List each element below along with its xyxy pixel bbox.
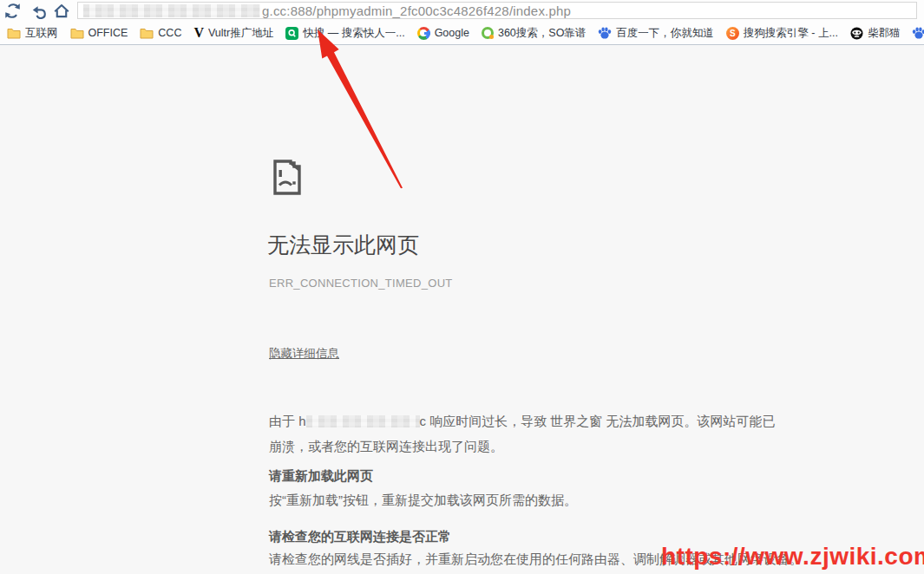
bookmark-label: 柴郡猫 <box>868 26 901 41</box>
blurred-domain <box>83 4 260 17</box>
bookmark-kuaisou[interactable]: 快搜 — 搜索快人一... <box>285 26 404 41</box>
blurred-hostname <box>306 415 420 427</box>
360-search-icon <box>482 27 494 39</box>
error-code: ERR_CONNECTION_TIMED_OUT <box>269 277 453 290</box>
bookmark-sogou[interactable]: S 搜狗搜索引擎 - 上... <box>726 26 838 41</box>
watermark-text: https://www.zjwiki.com <box>661 543 924 571</box>
error-title: 无法显示此网页 <box>267 231 419 259</box>
bookmark-label: 快搜 — 搜索快人一... <box>303 26 404 41</box>
bookmark-label: 搜狗搜索引擎 - 上... <box>744 26 838 41</box>
refresh-button[interactable] <box>4 3 22 19</box>
baidu-paw-icon <box>912 26 924 40</box>
bookmark-google[interactable]: Google <box>417 27 469 40</box>
bookmark-gao[interactable]: 高 <box>912 26 924 41</box>
refresh-icon <box>4 3 21 19</box>
back-icon <box>31 3 48 19</box>
kuaisou-icon <box>285 27 298 40</box>
home-button[interactable] <box>53 3 70 19</box>
bookmark-label: 互联网 <box>25 26 58 41</box>
bookmark-label: 360搜索，SO靠谱 <box>498 26 586 41</box>
bookmark-360-search[interactable]: 360搜索，SO靠谱 <box>482 26 586 41</box>
folder-icon <box>70 28 84 39</box>
sogou-icon: S <box>726 27 739 40</box>
hide-details-link[interactable]: 隐藏详细信息 <box>269 346 339 362</box>
error-reason: 由于 hc 响应时间过长，导致 世界之窗 无法加载网页。该网站可能已崩溃，或者您… <box>269 408 787 459</box>
bookmark-folder-office[interactable]: OFFICE <box>70 27 128 39</box>
reason-prefix: 由于 h <box>269 414 306 428</box>
vultr-icon: V <box>193 26 204 40</box>
bookmark-baidu[interactable]: 百度一下，你就知道 <box>598 26 714 41</box>
error-page: 无法显示此网页 ERR_CONNECTION_TIMED_OUT 隐藏详细信息 … <box>0 45 924 574</box>
cat-icon <box>850 27 863 40</box>
folder-icon <box>7 28 21 39</box>
bookmark-cheshire-cat[interactable]: 柴郡猫 <box>850 26 901 41</box>
section-reload-heading: 请重新加载此网页 <box>269 468 373 485</box>
bookmark-label: Google <box>435 27 469 39</box>
google-icon <box>417 27 430 40</box>
section-reload-body: 按“重新加载”按钮，重新提交加载该网页所需的数据。 <box>269 492 577 509</box>
browser-window: g.cc:888/phpmyadmin_2fc00c3c4826f428/ind… <box>0 0 924 574</box>
bookmark-label: Vultr推广地址 <box>208 26 273 41</box>
sad-page-icon <box>269 158 304 196</box>
address-bar[interactable]: g.cc:888/phpmyadmin_2fc00c3c4826f428/ind… <box>77 2 917 19</box>
bookmark-label: CCC <box>158 27 181 39</box>
address-url-text: g.cc:888/phpmyadmin_2fc00c3c4826f428/ind… <box>262 3 571 18</box>
bookmark-label: 百度一下，你就知道 <box>616 26 714 41</box>
section-connection-heading: 请检查您的互联网连接是否正常 <box>269 529 451 545</box>
bookmark-folder-ccc[interactable]: CCC <box>140 27 181 39</box>
bookmark-vultr[interactable]: V Vultr推广地址 <box>193 26 273 41</box>
bookmark-label: OFFICE <box>88 27 128 39</box>
bookmark-folder-internet[interactable]: 互联网 <box>7 26 58 41</box>
browser-toolbar: g.cc:888/phpmyadmin_2fc00c3c4826f428/ind… <box>0 0 924 22</box>
folder-icon <box>140 28 154 39</box>
bookmarks-bar: 互联网 OFFICE CCC V Vultr推广地址 快搜 — 搜索快人一... <box>0 22 924 45</box>
home-icon <box>53 3 70 19</box>
back-button[interactable] <box>31 3 49 19</box>
baidu-paw-icon <box>598 26 612 40</box>
